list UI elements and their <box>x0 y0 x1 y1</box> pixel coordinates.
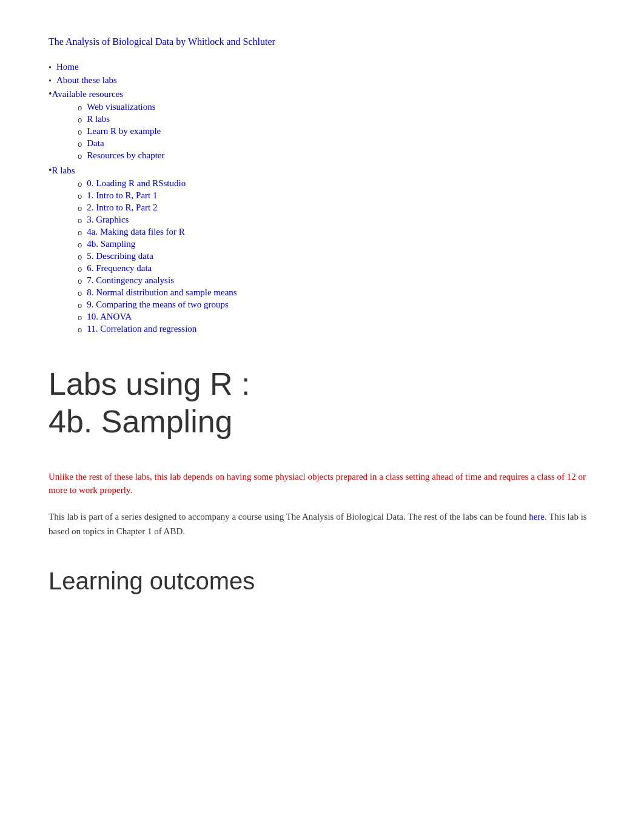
sub-bullet-lab-2: o <box>78 204 82 213</box>
sub-link-lab-1[interactable]: 1. Intro to R, Part 1 <box>87 190 157 201</box>
sub-bullet-lab-9: o <box>78 301 82 310</box>
nav-link-home[interactable]: Home <box>56 62 79 72</box>
sub-link-lab-2[interactable]: 2. Intro to R, Part 2 <box>87 203 157 213</box>
page-title-line1: Labs using R : <box>49 366 250 401</box>
sub-link-lab-10[interactable]: 10. ANOVA <box>87 312 132 322</box>
sub-link-resources-by-chapter[interactable]: Resources by chapter <box>87 150 164 161</box>
sub-item-r-labs: o R labs <box>78 114 165 124</box>
sub-item-lab-5: o 5. Describing data <box>78 251 237 261</box>
site-title-link[interactable]: The Analysis of Biological Data by Whitl… <box>49 36 595 47</box>
sub-item-lab-6: o 6. Frequency data <box>78 263 237 273</box>
here-link[interactable]: here <box>529 512 545 521</box>
sub-bullet-lab-4a: o <box>78 228 82 237</box>
sub-item-lab-10: o 10. ANOVA <box>78 312 237 322</box>
sub-item-lab-2: o 2. Intro to R, Part 2 <box>78 203 237 213</box>
sub-item-lab-9: o 9. Comparing the means of two groups <box>78 300 237 310</box>
bullet-about: • <box>49 76 52 86</box>
sub-bullet-lab-10: o <box>78 313 82 322</box>
sub-item-data: o Data <box>78 138 165 149</box>
sub-bullet-lab-6: o <box>78 264 82 273</box>
sub-link-data[interactable]: Data <box>87 138 104 149</box>
sub-item-lab-3: o 3. Graphics <box>78 215 237 225</box>
sub-link-web-viz[interactable]: Web visualizations <box>87 102 155 112</box>
sub-link-r-labs[interactable]: R labs <box>87 114 110 124</box>
nav-item-home: • Home <box>49 62 595 73</box>
sub-bullet-lab-8: o <box>78 289 82 298</box>
sub-link-lab-11[interactable]: 11. Correlation and regression <box>87 324 196 334</box>
sub-bullet-lab-1: o <box>78 192 82 201</box>
sub-bullet-lab-0: o <box>78 179 82 189</box>
sub-bullet-data: o <box>78 139 82 149</box>
bullet-home: • <box>49 63 52 73</box>
nav-item-r-labs: • R labs o 0. Loading R and RSstudio o 1… <box>49 165 595 336</box>
sub-item-lab-1: o 1. Intro to R, Part 1 <box>78 190 237 201</box>
page-title-line2: 4b. Sampling <box>49 404 233 439</box>
sub-link-lab-3[interactable]: 3. Graphics <box>87 215 129 225</box>
learning-outcomes-heading: Learning outcomes <box>49 568 595 595</box>
sub-bullet-lab-5: o <box>78 252 82 261</box>
body-text-before: This lab is part of a series designed to… <box>49 512 526 521</box>
sub-item-learn-r: o Learn R by example <box>78 126 165 136</box>
nav-link-available-resources[interactable]: Available resources <box>52 89 124 99</box>
resources-sub-list: o Web visualizations o R labs o Learn R … <box>78 102 165 163</box>
nav-link-about[interactable]: About these labs <box>56 75 117 86</box>
sub-bullet-lab-7: o <box>78 277 82 286</box>
sub-item-lab-4b: o 4b. Sampling <box>78 239 237 249</box>
warning-paragraph: Unlike the rest of these labs, this lab … <box>49 470 595 497</box>
warning-text: Unlike the rest of these labs, this lab … <box>49 472 586 495</box>
main-nav: • Home • About these labs • Available re… <box>49 62 595 336</box>
sub-link-lab-8[interactable]: 8. Normal distribution and sample means <box>87 287 236 298</box>
sub-item-lab-11: o 11. Correlation and regression <box>78 324 237 334</box>
sub-link-lab-0[interactable]: 0. Loading R and RSstudio <box>87 178 186 189</box>
sub-item-web-viz: o Web visualizations <box>78 102 165 112</box>
sub-bullet-r-labs: o <box>78 115 82 124</box>
sub-bullet-lab-4b: o <box>78 240 82 249</box>
sub-link-lab-6[interactable]: 6. Frequency data <box>87 263 152 273</box>
sub-link-lab-5[interactable]: 5. Describing data <box>87 251 153 261</box>
sub-item-lab-8: o 8. Normal distribution and sample mean… <box>78 287 237 298</box>
nav-link-r-labs-main[interactable]: R labs <box>52 166 75 176</box>
nav-item-available-resources: • Available resources o Web visualizatio… <box>49 89 595 163</box>
sub-link-learn-r[interactable]: Learn R by example <box>87 126 161 136</box>
sub-link-lab-4a[interactable]: 4a. Making data files for R <box>87 227 185 237</box>
body-paragraph: This lab is part of a series designed to… <box>49 509 595 538</box>
sub-bullet-lab-3: o <box>78 216 82 225</box>
sub-bullet-learn-r: o <box>78 127 82 136</box>
sub-bullet-web-viz: o <box>78 103 82 112</box>
sub-link-lab-9[interactable]: 9. Comparing the means of two groups <box>87 300 229 310</box>
sub-item-resources-by-chapter: o Resources by chapter <box>78 150 165 161</box>
r-labs-sub-list: o 0. Loading R and RSstudio o 1. Intro t… <box>78 178 237 336</box>
sub-bullet-lab-11: o <box>78 325 82 334</box>
sub-link-lab-7[interactable]: 7. Contingency analysis <box>87 275 174 286</box>
sub-item-lab-7: o 7. Contingency analysis <box>78 275 237 286</box>
sub-item-lab-4a: o 4a. Making data files for R <box>78 227 237 237</box>
sub-link-lab-4b[interactable]: 4b. Sampling <box>87 239 135 249</box>
page-title: Labs using R : 4b. Sampling <box>49 365 595 441</box>
nav-item-about: • About these labs <box>49 75 595 86</box>
sub-bullet-resources-by-chapter: o <box>78 152 82 161</box>
sub-item-lab-0: o 0. Loading R and RSstudio <box>78 178 237 189</box>
